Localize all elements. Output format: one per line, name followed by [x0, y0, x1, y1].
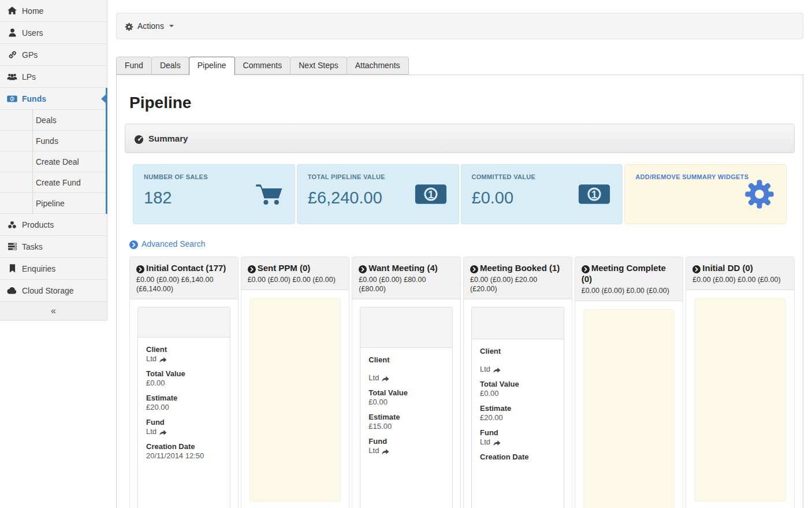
field-value-client: Ltd — [480, 365, 490, 373]
sidebar: Home Users GPs LPs 1 Funds Deals Funds C… — [0, 0, 107, 321]
sidebar-item-cloud-storage[interactable]: Cloud Storage — [0, 280, 107, 302]
share-icon[interactable] — [382, 374, 389, 381]
deal-card[interactable]: Client Ltd Total Value £0.00 Estimate £1… — [360, 307, 453, 508]
field-label-total-value: Total Value — [480, 380, 556, 388]
sidebar-item-enquiries[interactable]: Enquiries — [0, 258, 107, 280]
sidebar-subitem-funds[interactable]: Funds — [0, 131, 106, 151]
column-header[interactable]: Initial Contact (177) £0.00 (£0.00) £6,1… — [130, 257, 238, 299]
column-amounts: £0.00 (£0.00) £0.00 (£0.00) — [248, 275, 343, 284]
share-icon[interactable] — [159, 428, 167, 435]
card-header-strip — [472, 307, 564, 339]
sidebar-subitem-create-deal[interactable]: Create Deal — [0, 151, 106, 172]
sidebar-subitem-create-fund[interactable]: Create Fund — [0, 172, 106, 193]
advanced-search-label: Advanced Search — [141, 239, 206, 249]
sidebar-item-label: Products — [22, 220, 54, 229]
share-icon[interactable] — [493, 439, 501, 445]
products-icon — [7, 221, 17, 229]
column-title: Initial DD (0) — [702, 263, 753, 273]
chevron-circle-right-icon — [692, 264, 701, 273]
pipeline-column-meeting-complete: Meeting Complete (0) £0.00 (£0.00) £0.00… — [575, 257, 684, 508]
field-label-client: Client — [368, 355, 444, 364]
users-group-icon — [7, 73, 17, 80]
field-label-creation-date: Creation Date — [480, 453, 556, 461]
empty-drop-zone[interactable] — [583, 309, 675, 508]
tab-pipeline[interactable]: Pipeline — [189, 57, 235, 75]
money-icon: 1 — [415, 184, 447, 205]
summary-header[interactable]: Summary — [125, 124, 795, 153]
column-amounts: £0.00 (£0.00) £0.00 (£0.00) — [582, 286, 677, 295]
deal-card[interactable]: Client Ltd Total Value £0.00 Estimate £2… — [471, 307, 564, 508]
gear-icon — [125, 22, 133, 31]
chevron-circle-right-icon — [136, 264, 144, 273]
sidebar-subitem-deals[interactable]: Deals — [0, 110, 106, 131]
sidebar-item-lps[interactable]: LPs — [0, 66, 107, 88]
sidebar-item-label: LPs — [22, 72, 36, 81]
actions-dropdown-button[interactable]: Actions — [125, 21, 174, 31]
widget-committed-value: COMMITTED VALUE £0.00 1 — [461, 164, 623, 224]
field-value-client: Ltd — [146, 354, 157, 363]
tab-comments[interactable]: Comments — [234, 57, 291, 75]
tab-attachments[interactable]: Attachments — [347, 57, 409, 75]
field-value-estimate: £15.00 — [368, 422, 392, 431]
field-value-estimate: £20.00 — [480, 413, 503, 422]
tab-deals[interactable]: Deals — [151, 57, 189, 75]
share-icon[interactable] — [159, 355, 167, 362]
actions-toolbar: Actions — [116, 13, 803, 39]
bookmark-icon — [7, 264, 17, 273]
sidebar-item-home[interactable]: Home — [0, 0, 107, 22]
sidebar-item-label: Enquiries — [22, 264, 55, 273]
share-icon[interactable] — [493, 366, 501, 372]
sidebar-item-label: Tasks — [22, 242, 43, 251]
sidebar-item-products[interactable]: Products — [0, 214, 107, 236]
widget-label: COMMITTED VALUE — [472, 173, 612, 180]
sidebar-item-gps[interactable]: GPs — [0, 44, 107, 66]
column-header[interactable]: Meeting Complete (0) £0.00 (£0.00) £0.00… — [575, 257, 683, 301]
pipeline-board: Initial Contact (177) £0.00 (£0.00) £6,1… — [129, 257, 795, 508]
field-label-fund: Fund — [146, 418, 222, 427]
actions-button-label: Actions — [137, 21, 164, 31]
field-label-fund: Fund — [480, 428, 556, 437]
column-header[interactable]: Want Meeting (4) £0.00 (£0.00) £80.00 (£… — [352, 257, 460, 299]
chevron-circle-right-icon — [582, 264, 590, 273]
link-icon — [7, 50, 17, 59]
field-value-total-value: £0.00 — [368, 398, 388, 406]
sidebar-item-funds[interactable]: 1 Funds — [0, 88, 106, 110]
svg-text:1: 1 — [11, 97, 13, 101]
empty-drop-zone[interactable] — [249, 298, 341, 502]
field-label-client: Client — [146, 345, 222, 354]
field-value-creation-date: 20/11/2014 12:50 — [146, 451, 204, 460]
column-header[interactable]: Meeting Booked (1) £0.00 (£0.00) £20.00 … — [464, 257, 572, 299]
deal-card[interactable]: Client Ltd Total Value £0.00 Estimate £2… — [137, 307, 230, 508]
sidebar-item-label: Home — [22, 6, 43, 16]
empty-drop-zone[interactable] — [694, 298, 786, 502]
field-label-estimate: Estimate — [146, 394, 222, 402]
column-header[interactable]: Sent PPM (0) £0.00 (£0.00) £0.00 (£0.00) — [241, 257, 349, 290]
column-header[interactable]: Initial DD (0) £0.00 (£0.00) £0.00 (£0.0… — [686, 257, 794, 290]
column-title: Meeting Booked (1) — [480, 263, 560, 273]
sidebar-collapse-button[interactable]: « — [0, 302, 107, 321]
pipeline-column-initial-contact: Initial Contact (177) £0.00 (£0.00) £6,1… — [129, 257, 239, 508]
column-title: Meeting Complete (0) — [582, 263, 666, 284]
dashboard-icon — [134, 134, 144, 143]
field-value-total-value: £0.00 — [480, 389, 499, 398]
field-value-estimate: £20.00 — [146, 403, 169, 411]
share-icon[interactable] — [382, 447, 389, 454]
field-label-total-value: Total Value — [146, 369, 222, 378]
card-header-strip — [360, 307, 452, 348]
sidebar-item-tasks[interactable]: Tasks — [0, 236, 107, 258]
card-header-strip — [138, 307, 230, 338]
field-label-estimate: Estimate — [480, 404, 556, 413]
sidebar-item-label: Funds — [22, 94, 46, 103]
sidebar-subitem-pipeline[interactable]: Pipeline — [0, 193, 106, 214]
tab-fund[interactable]: Fund — [116, 57, 152, 75]
home-icon — [7, 6, 17, 15]
advanced-search-link[interactable]: Advanced Search — [129, 239, 206, 249]
sidebar-item-users[interactable]: Users — [0, 22, 107, 44]
tasks-icon — [7, 243, 17, 250]
chevron-circle-right-icon — [470, 264, 478, 273]
money-icon: 1 — [578, 184, 610, 205]
pipeline-column-sent-ppm: Sent PPM (0) £0.00 (£0.00) £0.00 (£0.00) — [241, 257, 350, 508]
tab-next-steps[interactable]: Next Steps — [290, 57, 347, 75]
widget-add-remove-summary[interactable]: ADD/REMOVE SUMMARY WIDGETS — [624, 164, 787, 224]
pipeline-panel: Pipeline Summary NUMBER OF SALES 182 TOT… — [116, 75, 803, 508]
